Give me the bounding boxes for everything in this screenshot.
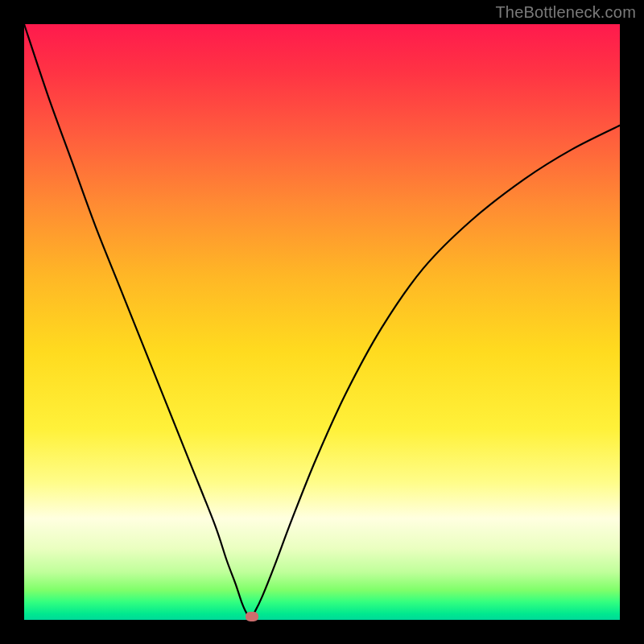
bottleneck-curve-line <box>24 24 620 617</box>
chart-frame: TheBottleneck.com <box>0 0 644 644</box>
minimum-marker-icon <box>246 612 258 621</box>
curve-svg <box>24 24 620 620</box>
plot-area <box>24 24 620 620</box>
watermark-text: TheBottleneck.com <box>495 3 636 22</box>
